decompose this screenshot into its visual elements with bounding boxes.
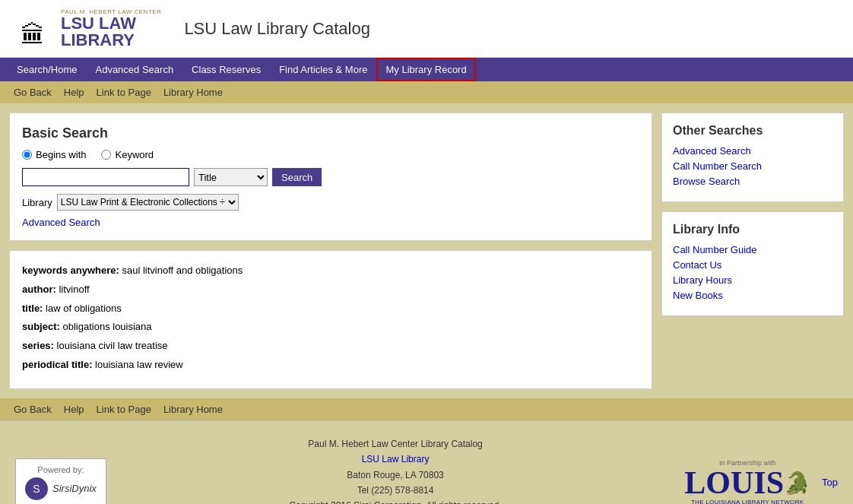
recent-item-1: author: litvinoff bbox=[22, 282, 639, 298]
recent-key-3: subject: bbox=[22, 321, 60, 332]
sec-nav-library-home[interactable]: Library Home bbox=[157, 84, 229, 100]
logo-text: PAUL M. HEBERT LAW CENTER LSU LAW LIBRAR… bbox=[61, 9, 161, 49]
other-searches-title: Other Searches bbox=[673, 124, 832, 138]
right-panel: Other Searches Advanced Search Call Numb… bbox=[661, 113, 844, 389]
radio-keyword[interactable]: Keyword bbox=[101, 149, 154, 160]
bottom-nav-go-back[interactable]: Go Back bbox=[8, 401, 58, 417]
footer-copyright: Copyright 2016 Sirsi Corporation. All ri… bbox=[289, 498, 501, 504]
site-header: 🏛 PAUL M. HEBERT LAW CENTER LSU LAW LIBR… bbox=[0, 0, 853, 58]
recent-item-3: subject: obligations louisiana bbox=[22, 319, 639, 335]
louis-subtitle: THE LOUISIANA LIBRARY NETWORK bbox=[691, 499, 804, 504]
radio-begins-with-label: Begins with bbox=[36, 149, 86, 160]
bottom-navigation: Go Back Help Link to Page Library Home bbox=[0, 398, 853, 420]
recent-item-5: periodical title: louisiana law review bbox=[22, 357, 639, 373]
recent-key-1: author: bbox=[22, 284, 56, 295]
radio-begins-with[interactable]: Begins with bbox=[22, 149, 86, 160]
logo-building-icon: 🏛 bbox=[11, 8, 53, 49]
recent-value-4: louisiana civil law treatise bbox=[57, 340, 168, 351]
radio-keyword-label: Keyword bbox=[115, 149, 154, 160]
basic-search-box: Basic Search Begins with Keyword Title A… bbox=[9, 113, 652, 241]
footer-center: Paul M. Hebert Law Center Library Catalo… bbox=[289, 436, 501, 504]
radio-keyword-input[interactable] bbox=[101, 150, 111, 160]
left-panel: Basic Search Begins with Keyword Title A… bbox=[9, 113, 652, 389]
sirsi-icon: S bbox=[25, 477, 48, 500]
other-searches-box: Other Searches Advanced Search Call Numb… bbox=[661, 113, 844, 202]
other-searches-browse[interactable]: Browse Search bbox=[673, 176, 832, 187]
library-info-box: Library Info Call Number Guide Contact U… bbox=[661, 211, 844, 316]
recent-value-1: litvinoff bbox=[59, 284, 89, 295]
footer-address: Baton Rouge, LA 70803 bbox=[289, 468, 501, 483]
nav-search-home[interactable]: Search/Home bbox=[8, 58, 86, 81]
louis-badge: In Partnership with LOUIS 🐊 THE LOUISIAN… bbox=[684, 459, 810, 504]
logo-area: 🏛 PAUL M. HEBERT LAW CENTER LSU LAW LIBR… bbox=[11, 8, 161, 49]
top-navigation: Search/Home Advanced Search Class Reserv… bbox=[0, 58, 853, 81]
library-label: Library bbox=[22, 197, 52, 208]
footer-tel: Tel (225) 578-8814 bbox=[289, 483, 501, 498]
basic-search-title: Basic Search bbox=[22, 125, 639, 141]
louis-logo-text: LOUIS bbox=[684, 467, 784, 499]
search-type-select[interactable]: Title Author Subject Series Keyword Call… bbox=[194, 168, 268, 186]
main-content: Basic Search Begins with Keyword Title A… bbox=[0, 103, 853, 398]
library-select[interactable]: LSU Law Print & Electronic Collections ÷ bbox=[57, 194, 239, 211]
search-input-row: Title Author Subject Series Keyword Call… bbox=[22, 168, 639, 186]
library-info-contact[interactable]: Contact Us bbox=[673, 259, 832, 271]
louis-area: In Partnership with LOUIS 🐊 THE LOUISIAN… bbox=[684, 459, 838, 504]
recent-value-3: obligations louisiana bbox=[62, 321, 151, 332]
bottom-nav-link-to-page[interactable]: Link to Page bbox=[90, 401, 157, 417]
nav-class-reserves[interactable]: Class Reserves bbox=[182, 58, 270, 81]
recent-key-5: periodical title: bbox=[22, 359, 92, 370]
site-title: LSU Law Library Catalog bbox=[184, 19, 370, 39]
recent-item-0: keywords anywhere: saul litvinoff and ob… bbox=[22, 263, 639, 279]
sirsi-name: SirsiDynix bbox=[52, 483, 97, 494]
site-footer: Powered by: S SirsiDynix Paul M. Hebert … bbox=[0, 420, 853, 504]
nav-find-articles[interactable]: Find Articles & More bbox=[270, 58, 376, 81]
louisiana-map-icon: 🐊 bbox=[784, 471, 810, 496]
library-info-callnum-guide[interactable]: Call Number Guide bbox=[673, 244, 832, 255]
recent-key-2: title: bbox=[22, 303, 43, 314]
recent-key-4: series: bbox=[22, 340, 54, 351]
search-input[interactable] bbox=[22, 168, 189, 186]
advanced-search-link[interactable]: Advanced Search bbox=[22, 217, 100, 228]
search-button[interactable]: Search bbox=[272, 168, 322, 186]
nav-my-library-record[interactable]: My Library Record bbox=[376, 58, 475, 81]
recent-value-5: louisiana law review bbox=[95, 359, 183, 370]
secondary-navigation: Go Back Help Link to Page Library Home bbox=[0, 81, 853, 103]
nav-advanced-search[interactable]: Advanced Search bbox=[86, 58, 182, 81]
footer-lsu-library-link[interactable]: LSU Law Library bbox=[362, 454, 430, 464]
top-link[interactable]: Top bbox=[822, 477, 838, 488]
logo-line1: LSU LAW bbox=[61, 15, 161, 32]
search-type-radios: Begins with Keyword bbox=[22, 149, 639, 160]
library-info-title: Library Info bbox=[673, 223, 832, 236]
sirsi-logo-area: S SirsiDynix bbox=[25, 477, 97, 500]
logo-line2: LIBRARY bbox=[61, 32, 161, 49]
powered-by-box: Powered by: S SirsiDynix bbox=[15, 458, 106, 504]
recent-searches-box: keywords anywhere: saul litvinoff and ob… bbox=[9, 250, 652, 389]
recent-value-0: saul litvinoff and obligations bbox=[122, 265, 243, 276]
bottom-nav-library-home[interactable]: Library Home bbox=[157, 401, 229, 417]
library-info-hours[interactable]: Library Hours bbox=[673, 274, 832, 286]
library-info-new-books[interactable]: New Books bbox=[673, 290, 832, 301]
footer-catalog-name: Paul M. Hebert Law Center Library Catalo… bbox=[289, 436, 501, 452]
powered-by-label: Powered by: bbox=[25, 465, 97, 474]
sec-nav-go-back[interactable]: Go Back bbox=[8, 84, 58, 100]
library-selector-row: Library LSU Law Print & Electronic Colle… bbox=[22, 194, 639, 211]
recent-item-4: series: louisiana civil law treatise bbox=[22, 338, 639, 354]
recent-key-0: keywords anywhere: bbox=[22, 265, 119, 276]
radio-begins-with-input[interactable] bbox=[22, 150, 32, 160]
other-searches-advanced[interactable]: Advanced Search bbox=[673, 145, 832, 157]
recent-item-2: title: law of obligations bbox=[22, 301, 639, 317]
bottom-nav-help[interactable]: Help bbox=[58, 401, 90, 417]
recent-value-2: law of obligations bbox=[46, 303, 122, 314]
other-searches-callnum[interactable]: Call Number Search bbox=[673, 160, 832, 172]
sec-nav-link-to-page[interactable]: Link to Page bbox=[90, 84, 157, 100]
sec-nav-help[interactable]: Help bbox=[58, 84, 90, 100]
